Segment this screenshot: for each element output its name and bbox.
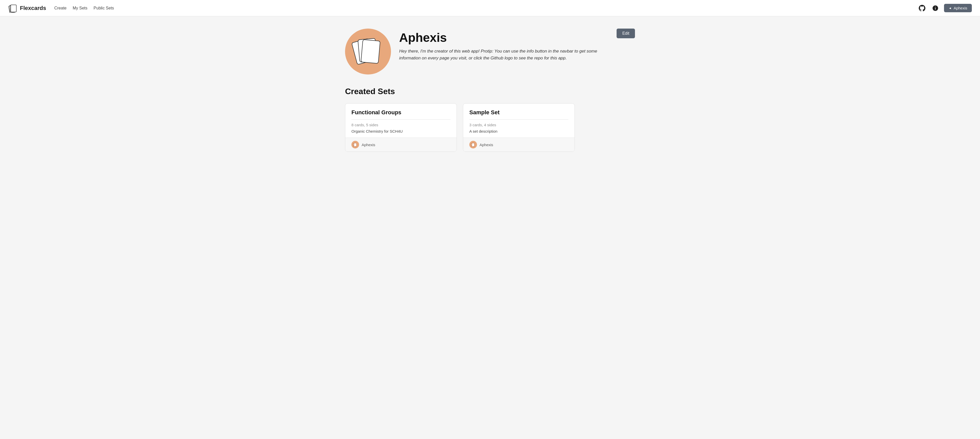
set-description-2: A set description: [469, 129, 568, 133]
footer-avatar-2: [469, 141, 477, 149]
profile-avatar: [345, 29, 391, 74]
avatar-cards-icon: [354, 38, 382, 65]
profile-section: Aphexis Hey there, I'm the creator of th…: [345, 29, 635, 74]
set-card-body-1: Functional Groups 8 cards, 5 sides Organ…: [345, 103, 457, 138]
set-description-1: Organic Chemistry for SCH4U: [352, 129, 450, 133]
footer-cards-icon-1: [353, 142, 358, 147]
svg-rect-6: [472, 143, 475, 147]
user-chevron: ◄: [948, 6, 952, 10]
brand-link[interactable]: Flexcards: [8, 3, 46, 13]
nav-create[interactable]: Create: [54, 6, 67, 11]
main-content: Aphexis Hey there, I'm the creator of th…: [337, 16, 643, 164]
created-sets-title: Created Sets: [345, 87, 635, 96]
sets-grid: Functional Groups 8 cards, 5 sides Organ…: [345, 103, 575, 152]
svg-rect-2: [11, 5, 16, 12]
set-card-body-2: Sample Set 3 cards, 4 sides A set descri…: [463, 103, 574, 138]
profile-info: Aphexis Hey there, I'm the creator of th…: [399, 29, 635, 62]
user-name-label: Aphexis: [954, 6, 967, 10]
brand-icon: [8, 3, 18, 13]
set-card-sample-set[interactable]: Sample Set 3 cards, 4 sides A set descri…: [463, 103, 575, 152]
set-card-functional-groups[interactable]: Functional Groups 8 cards, 5 sides Organ…: [345, 103, 457, 152]
footer-avatar-1: [352, 141, 359, 149]
edit-profile-button[interactable]: Edit: [617, 29, 635, 38]
info-icon: [932, 5, 939, 11]
user-menu-button[interactable]: ◄ Aphexis: [944, 4, 972, 12]
card-front: [361, 39, 380, 64]
set-card-footer-1: Aphexis: [345, 138, 457, 152]
set-meta-2: 3 cards, 4 sides: [469, 123, 568, 127]
navbar: Flexcards Create My Sets Public Sets ◄ A…: [0, 0, 980, 16]
footer-username-2: Aphexis: [479, 143, 493, 147]
set-title-1: Functional Groups: [352, 109, 450, 116]
nav-public-sets[interactable]: Public Sets: [94, 6, 114, 11]
set-card-footer-2: Aphexis: [463, 138, 574, 152]
svg-rect-4: [354, 143, 357, 147]
set-title-2: Sample Set: [469, 109, 568, 116]
navbar-links: Create My Sets Public Sets: [54, 6, 918, 11]
brand-name: Flexcards: [20, 5, 46, 11]
github-button[interactable]: [918, 3, 927, 13]
nav-my-sets[interactable]: My Sets: [73, 6, 88, 11]
github-icon: [919, 5, 925, 11]
navbar-right: ◄ Aphexis: [918, 3, 972, 13]
set-card-divider-2: [469, 119, 568, 120]
info-button[interactable]: [931, 3, 940, 13]
footer-username-1: Aphexis: [362, 143, 375, 147]
set-card-divider-1: [352, 119, 450, 120]
footer-cards-icon-2: [471, 142, 476, 147]
profile-name: Aphexis: [399, 31, 635, 44]
profile-bio: Hey there, I'm the creator of this web a…: [399, 48, 603, 62]
set-meta-1: 8 cards, 5 sides: [352, 123, 450, 127]
